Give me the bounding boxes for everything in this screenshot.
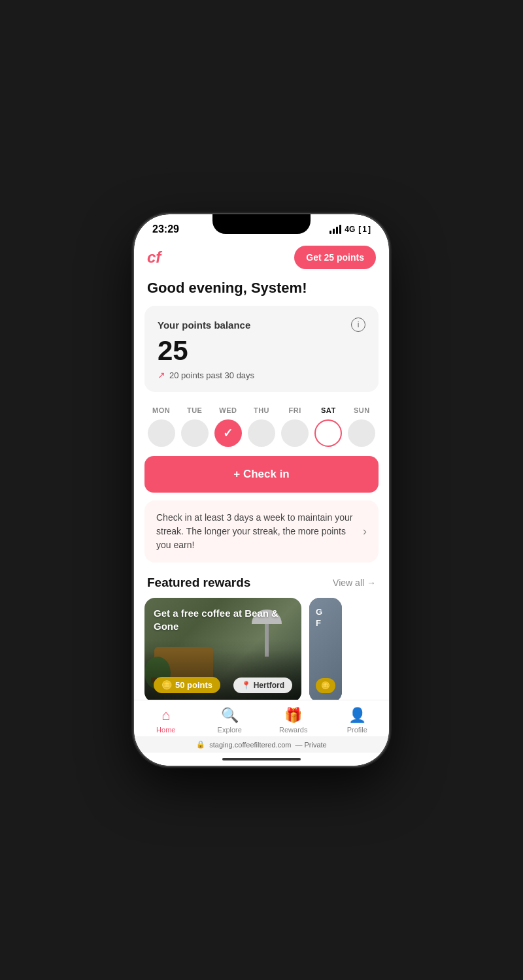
day-tue: TUE: [181, 406, 209, 447]
rewards-section-header: Featured rewards View all →: [134, 573, 389, 598]
points-label: Your points balance: [158, 319, 250, 331]
streak-card[interactable]: Check in at least 3 days a week to maint…: [144, 500, 379, 563]
location-icon: 📍: [241, 681, 251, 690]
streak-text: Check in at least 3 days a week to maint…: [156, 511, 355, 552]
explore-icon: 🔍: [221, 707, 239, 724]
home-bar: [222, 758, 301, 760]
rewards-icon: 🎁: [284, 707, 302, 724]
notch: [212, 214, 311, 234]
reward-title-1: Get a free coffee at Bean & Gone: [154, 607, 292, 632]
browser-privacy: — Private: [295, 741, 326, 749]
browser-url: staging.coffeefiltered.com: [209, 741, 291, 749]
nav-label-home: Home: [156, 726, 175, 734]
day-fri: FRI: [281, 406, 309, 447]
points-trend: ↗ 20 points past 30 days: [158, 370, 365, 380]
profile-icon: 👤: [348, 707, 366, 724]
signal-bars-icon: [329, 225, 341, 234]
nav-item-profile[interactable]: 👤 Profile: [326, 707, 390, 734]
nav-label-rewards: Rewards: [279, 726, 307, 734]
app-logo: cf: [147, 248, 161, 267]
day-wed: WED ✓: [214, 406, 242, 447]
bottom-nav: ⌂ Home 🔍 Explore 🎁 Rewards 👤 Profile: [134, 700, 389, 736]
info-icon[interactable]: i: [351, 318, 365, 332]
browser-bar: 🔒 staging.coffeefiltered.com — Private: [134, 736, 389, 753]
coin-icon: 🪙: [161, 680, 172, 690]
reward-overlay-1: Get a free coffee at Bean & Gone 🪙 50 po…: [144, 598, 301, 700]
day-sun: SUN: [348, 406, 375, 447]
points-card-header: Your points balance i: [158, 318, 365, 332]
home-icon: ⌂: [161, 707, 170, 724]
points-value: 25: [158, 336, 365, 366]
main-content: cf Get 25 points Good evening, System! Y…: [134, 238, 389, 700]
phone-frame: 23:29 4G [1] cf Get 25 points: [134, 214, 389, 766]
nav-item-rewards[interactable]: 🎁 Rewards: [262, 707, 326, 734]
trend-text: 20 points past 30 days: [169, 370, 254, 380]
reward-card-2-title: G F: [316, 607, 322, 629]
reward-location-text-1: Hertford: [254, 681, 284, 690]
nav-item-explore[interactable]: 🔍 Explore: [198, 707, 262, 734]
lock-icon: 🔒: [196, 740, 205, 749]
nav-label-profile: Profile: [347, 726, 367, 734]
app-header: cf Get 25 points: [134, 238, 389, 274]
battery-icon: [1]: [358, 225, 371, 234]
reward-card-2-points: 🪙: [316, 678, 335, 693]
coin-icon-2: 🪙: [321, 681, 330, 689]
rewards-section-title: Featured rewards: [147, 576, 250, 590]
get-points-button[interactable]: Get 25 points: [294, 246, 376, 269]
chevron-right-icon: ›: [363, 525, 367, 538]
checkin-button[interactable]: + Check in: [144, 456, 379, 493]
home-indicator: [134, 753, 389, 766]
nav-label-explore: Explore: [218, 726, 242, 734]
status-time: 23:29: [152, 223, 179, 235]
check-icon: ✓: [223, 426, 233, 440]
reward-card-1[interactable]: Get a free coffee at Bean & Gone 🪙 50 po…: [144, 598, 301, 700]
greeting-text: Good evening, System!: [134, 274, 389, 306]
day-thu: THU: [248, 406, 275, 447]
network-label: 4G: [345, 225, 355, 234]
trend-arrow-icon: ↗: [158, 370, 165, 380]
week-row: MON TUE WED ✓ THU FRI: [134, 401, 389, 453]
day-mon: MON: [148, 406, 175, 447]
reward-bottom-1: 🪙 50 points 📍 Hertford: [154, 677, 292, 693]
rewards-scroll: Get a free coffee at Bean & Gone 🪙 50 po…: [134, 598, 389, 700]
phone-screen: 23:29 4G [1] cf Get 25 points: [134, 214, 389, 766]
view-all-link[interactable]: View all →: [333, 578, 376, 588]
reward-points-text-1: 50 points: [175, 680, 212, 690]
reward-location-badge-1: 📍 Hertford: [233, 678, 292, 693]
status-icons: 4G [1]: [329, 225, 371, 234]
reward-card-2-partial[interactable]: G F 🪙: [309, 598, 342, 700]
reward-points-badge-1: 🪙 50 points: [154, 677, 220, 693]
nav-item-home[interactable]: ⌂ Home: [134, 707, 198, 734]
day-sat: SAT: [314, 406, 342, 447]
points-card: Your points balance i 25 ↗ 20 points pas…: [144, 306, 379, 392]
